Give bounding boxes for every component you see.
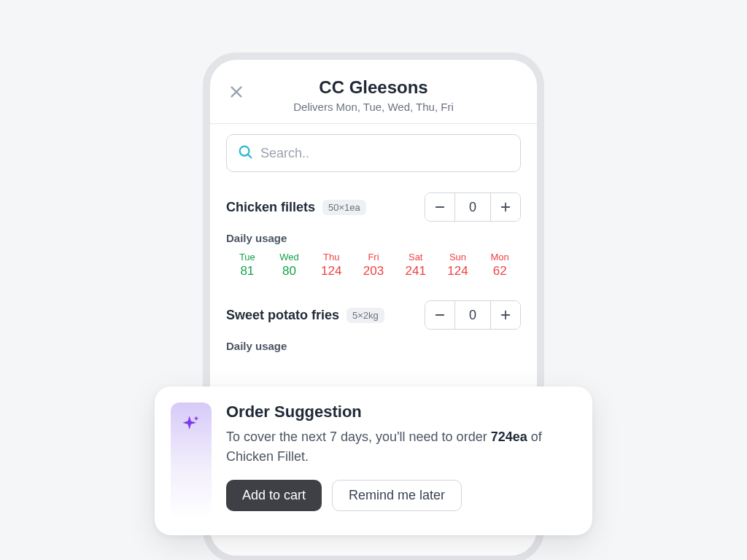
usage-label: Daily usage — [226, 232, 521, 244]
usage-day: Fri — [352, 252, 395, 262]
suggestion-body: To cover the next 7 days, you'll need to… — [226, 427, 576, 467]
delivery-days: Delivers Mon, Tue, Wed, Thu, Fri — [247, 101, 500, 113]
divider — [210, 123, 537, 124]
suggestion-body-pre: To cover the next 7 days, you'll need to… — [226, 429, 491, 444]
increment-button[interactable] — [491, 193, 520, 221]
remind-later-button[interactable]: Remind me later — [332, 480, 462, 511]
quantity-stepper: 0 — [425, 300, 521, 330]
usage-cell: Fri203 — [352, 252, 395, 279]
order-suggestion-card: Order Suggestion To cover the next 7 day… — [155, 386, 592, 535]
usage-value: 124 — [310, 264, 352, 279]
search-icon — [237, 144, 253, 163]
suggestion-title: Order Suggestion — [226, 402, 576, 421]
product-row: Sweet potato fries 5×2kg 0 — [226, 300, 521, 330]
product-name: Chicken fillets — [226, 200, 315, 215]
add-to-cart-button[interactable]: Add to cart — [226, 480, 322, 511]
search-input[interactable] — [260, 146, 510, 161]
usage-value: 62 — [479, 264, 521, 279]
quantity-value: 0 — [455, 193, 490, 221]
sparkle-icon — [181, 414, 201, 519]
decrement-button[interactable] — [425, 193, 454, 221]
usage-cell: Mon62 — [479, 252, 521, 279]
vendor-title: CC Gleesons — [247, 77, 500, 98]
usage-day: Sun — [437, 252, 479, 262]
close-icon — [228, 84, 244, 100]
product-name: Sweet potato fries — [226, 308, 339, 323]
product-row: Chicken fillets 50×1ea 0 — [226, 192, 521, 222]
minus-icon — [433, 308, 446, 322]
decrement-button[interactable] — [425, 301, 454, 329]
usage-day: Mon — [479, 252, 521, 262]
usage-row: Tue81Wed80Thu124Fri203Sat241Sun124Mon62 — [226, 252, 521, 279]
close-button[interactable] — [226, 82, 247, 102]
usage-label: Daily usage — [226, 340, 521, 352]
svg-line-3 — [248, 155, 251, 158]
usage-value: 124 — [437, 264, 479, 279]
increment-button[interactable] — [491, 301, 520, 329]
suggestion-icon-panel — [171, 402, 212, 519]
usage-cell: Thu124 — [310, 252, 352, 279]
minus-icon — [433, 201, 446, 214]
pack-size-badge: 5×2kg — [347, 308, 384, 323]
usage-cell: Wed80 — [268, 252, 311, 279]
pack-size-badge: 50×1ea — [322, 200, 366, 215]
quantity-value: 0 — [455, 301, 490, 329]
screen-header: CC Gleesons Delivers Mon, Tue, Wed, Thu,… — [226, 77, 521, 113]
usage-value: 203 — [352, 264, 395, 279]
usage-day: Tue — [226, 252, 268, 262]
quantity-stepper: 0 — [425, 192, 521, 222]
usage-value: 241 — [395, 264, 437, 279]
usage-day: Thu — [310, 252, 352, 262]
usage-cell: Sun124 — [437, 252, 479, 279]
usage-cell: Sat241 — [395, 252, 437, 279]
suggestion-body-strong: 724ea — [491, 429, 527, 444]
usage-cell: Tue81 — [226, 252, 268, 279]
plus-icon — [499, 201, 512, 214]
search-field[interactable] — [226, 134, 521, 172]
usage-day: Wed — [268, 252, 311, 262]
usage-value: 81 — [226, 264, 268, 279]
usage-value: 80 — [268, 264, 311, 279]
usage-day: Sat — [395, 252, 437, 262]
plus-icon — [499, 308, 512, 322]
